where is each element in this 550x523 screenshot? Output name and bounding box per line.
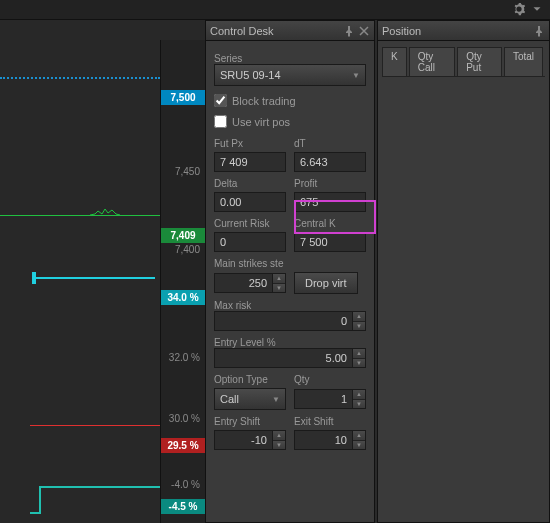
dt-label: dT: [294, 138, 366, 149]
chevron-down-icon[interactable]: [530, 2, 544, 16]
entry-level-input[interactable]: [214, 348, 352, 368]
futpx-input[interactable]: [214, 152, 286, 172]
spin-down-icon[interactable]: ▼: [353, 441, 365, 450]
profit-label: Profit: [294, 178, 366, 189]
panel-title: Position: [382, 25, 533, 37]
control-desk-panel: Control Desk Series SRU5 09-14 ▼ Block t…: [205, 20, 375, 523]
exit-shift-label: Exit Shift: [294, 416, 366, 427]
pin-icon[interactable]: [533, 25, 545, 37]
tab-k[interactable]: K: [382, 47, 407, 76]
block-trading-label: Block trading: [232, 95, 296, 107]
axis-badge: 29.5 %: [161, 438, 205, 453]
spin-down-icon[interactable]: ▼: [273, 284, 285, 293]
series-line-teal: [30, 485, 160, 515]
position-tabs: K Qty Call Qty Put Total: [382, 47, 545, 77]
current-risk-label: Current Risk: [214, 218, 286, 229]
axis-tick: 32.0 %: [163, 351, 203, 364]
spin-up-icon[interactable]: ▲: [353, 390, 365, 400]
profit-input[interactable]: [294, 192, 366, 212]
panel-header: Control Desk: [206, 21, 374, 41]
y-axis: 7,500 7,450 7,409 7,400 34.0 % 32.0 % 30…: [160, 40, 205, 523]
main-strikes-spinner[interactable]: ▲▼: [214, 273, 286, 293]
use-virt-pos-checkbox[interactable]: Use virt pos: [214, 115, 366, 128]
position-panel: Position K Qty Call Qty Put Total: [377, 20, 550, 523]
panel-title: Control Desk: [210, 25, 343, 37]
spin-up-icon[interactable]: ▲: [273, 274, 285, 284]
max-risk-spinner[interactable]: ▲▼: [214, 311, 366, 331]
use-virt-pos-label: Use virt pos: [232, 116, 290, 128]
spin-up-icon[interactable]: ▲: [353, 312, 365, 322]
spin-up-icon[interactable]: ▲: [273, 431, 285, 441]
axis-tick: 7,400: [163, 243, 203, 256]
exit-shift-spinner[interactable]: ▲▼: [294, 430, 366, 450]
option-type-combo[interactable]: Call ▼: [214, 388, 286, 410]
series-value: SRU5 09-14: [220, 69, 281, 81]
panel-header: Position: [378, 21, 549, 41]
gear-icon[interactable]: [512, 2, 526, 16]
pin-icon[interactable]: [343, 25, 355, 37]
central-k-label: Central K: [294, 218, 366, 229]
delta-input[interactable]: [214, 192, 286, 212]
delta-label: Delta: [214, 178, 286, 189]
chart-area: 7,500 7,450 7,409 7,400 34.0 % 32.0 % 30…: [0, 20, 205, 523]
axis-badge: -4.5 %: [161, 499, 205, 514]
futpx-label: Fut Px: [214, 138, 286, 149]
qty-spinner[interactable]: ▲▼: [294, 389, 366, 409]
spin-down-icon[interactable]: ▼: [353, 359, 365, 368]
option-type-label: Option Type: [214, 374, 286, 385]
entry-shift-input[interactable]: [214, 430, 272, 450]
use-virt-pos-input[interactable]: [214, 115, 227, 128]
block-trading-checkbox[interactable]: Block trading: [214, 94, 366, 107]
spin-up-icon[interactable]: ▲: [353, 431, 365, 441]
main-strikes-input[interactable]: [214, 273, 272, 293]
chevron-down-icon: ▼: [352, 71, 360, 80]
tab-qty-put[interactable]: Qty Put: [457, 47, 502, 76]
series-line-green: [0, 215, 160, 216]
axis-tick: 30.0 %: [163, 412, 203, 425]
entry-shift-spinner[interactable]: ▲▼: [214, 430, 286, 450]
current-risk-input[interactable]: [214, 232, 286, 252]
block-trading-input[interactable]: [214, 94, 227, 107]
entry-level-label: Entry Level %: [214, 337, 366, 348]
series-line-red: [30, 425, 160, 426]
spin-down-icon[interactable]: ▼: [273, 441, 285, 450]
central-k-input[interactable]: [294, 232, 366, 252]
spin-down-icon[interactable]: ▼: [353, 400, 365, 409]
axis-badge: 34.0 %: [161, 290, 205, 305]
topbar: [0, 0, 550, 20]
entry-shift-label: Entry Shift: [214, 416, 286, 427]
option-type-value: Call: [220, 393, 239, 405]
axis-badge: 7,409: [161, 228, 205, 243]
entry-level-spinner[interactable]: ▲▼: [214, 348, 366, 368]
series-line-blue: [0, 77, 160, 79]
spin-down-icon[interactable]: ▼: [353, 322, 365, 331]
qty-label: Qty: [294, 374, 366, 385]
qty-input[interactable]: [294, 389, 352, 409]
axis-badge: 7,500: [161, 90, 205, 105]
main-strikes-label: Main strikes ste: [214, 258, 366, 269]
exit-shift-input[interactable]: [294, 430, 352, 450]
series-label: Series: [214, 53, 366, 64]
series-combo[interactable]: SRU5 09-14 ▼: [214, 64, 366, 86]
drop-virt-button[interactable]: Drop virt: [294, 272, 358, 294]
max-risk-label: Max risk: [214, 300, 366, 311]
chevron-down-icon: ▼: [272, 395, 280, 404]
dt-input[interactable]: [294, 152, 366, 172]
tab-total[interactable]: Total: [504, 47, 543, 76]
axis-tick: -4.0 %: [163, 478, 203, 491]
series-line-cyan: [35, 277, 155, 279]
spin-up-icon[interactable]: ▲: [353, 349, 365, 359]
axis-tick: 7,450: [163, 165, 203, 178]
close-icon[interactable]: [358, 25, 370, 37]
max-risk-input[interactable]: [214, 311, 352, 331]
tab-qty-call[interactable]: Qty Call: [409, 47, 455, 76]
bar-marker: [32, 272, 36, 284]
